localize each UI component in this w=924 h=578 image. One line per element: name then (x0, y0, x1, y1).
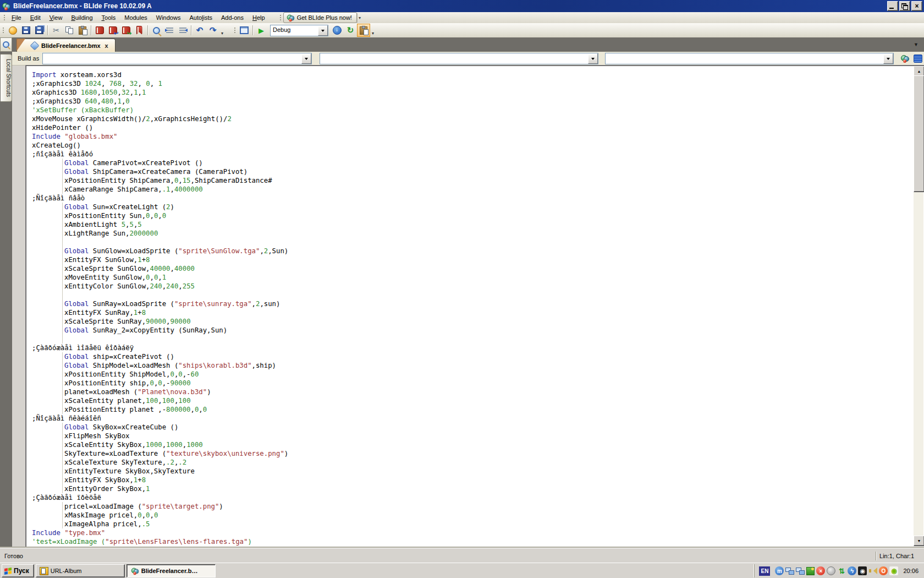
restore-button[interactable] (899, 1, 910, 11)
code-line[interactable]: xGraphics3D 1680,1050,32,1,1 (26, 88, 914, 97)
code-line[interactable]: ;Ñîçäàåì ñâåò (26, 194, 914, 203)
code-line[interactable]: xFlipMesh SkyBox (26, 432, 914, 440)
code-editor[interactable]: Import xorsteam.xors3d;xGraphics3D 1024,… (25, 65, 924, 547)
code-line[interactable]: ;xGraphics3D 640,480,1,0 (26, 97, 914, 106)
code-line[interactable]: xScaleEntity planet,100,100,100 (26, 396, 914, 405)
book-back-button[interactable] (106, 24, 119, 37)
opera-tray-icon[interactable]: O (879, 566, 888, 575)
promo-grip[interactable] (279, 14, 282, 21)
book-add-button[interactable] (119, 24, 133, 37)
scrollbar-thumb[interactable] (914, 75, 924, 192)
code-line[interactable]: Import xorsteam.xors3d (26, 70, 914, 79)
indent-button[interactable] (163, 24, 176, 37)
download-master-tray-icon[interactable]: ϟ (848, 566, 856, 575)
menu-item-edit[interactable]: Edit (26, 13, 45, 23)
menu-item-windows[interactable]: Windows (152, 13, 185, 23)
build-output-dropdown[interactable] (883, 53, 893, 64)
toolbar-overflow-chevron[interactable]: ▾ (219, 31, 225, 36)
code-line[interactable]: ;xGraphics3D 1024, 768, 32, 0, 1 (26, 79, 914, 88)
blide-build-icon[interactable] (900, 54, 909, 63)
task-button-blide[interactable]: BlideFreelancer.bmx -... (127, 564, 216, 577)
menu-item-add-ons[interactable]: Add-ons (217, 13, 248, 23)
code-line[interactable]: ;Çàãðóæàåì ïðèöåë (26, 493, 914, 502)
code-line[interactable]: xPositionEntity ShipCamera,0,15,ShipCame… (26, 176, 914, 185)
code-line[interactable]: xEntityOrder SkyBox,1 (26, 484, 914, 493)
outdent-button[interactable] (176, 24, 189, 37)
code-line[interactable]: ;Çàãðóæàåì ìîäåëü êîðàáëÿ (26, 343, 914, 352)
build-as-dropdown[interactable] (301, 53, 311, 64)
menu-grip[interactable] (3, 14, 6, 21)
toolbar-grip[interactable] (233, 26, 236, 34)
code-line[interactable]: ;ñîçäàåì êàìåðó (26, 150, 914, 159)
scroll-down-arrow[interactable]: ▼ (914, 536, 924, 546)
code-line[interactable] (26, 238, 914, 247)
close-button[interactable]: × (911, 1, 922, 11)
build-output-combo[interactable] (605, 53, 894, 64)
save-button[interactable] (19, 24, 32, 37)
code-line[interactable]: Global Sun=xCreateLight (2) (26, 203, 914, 211)
code-line[interactable]: Global SunRay=xLoadSprite ("sprite\sunra… (26, 299, 914, 308)
menu-item-building[interactable]: Building (67, 13, 97, 23)
zoom-tool-button[interactable] (0, 37, 12, 52)
maxthon-tray-icon[interactable]: m (775, 566, 784, 575)
build-button[interactable] (344, 24, 357, 37)
paste-button[interactable] (76, 24, 89, 37)
menu-item-file[interactable]: File (7, 13, 26, 23)
network-lan-tray-icon[interactable] (785, 566, 794, 575)
vertical-scrollbar[interactable]: ▲ ▼ (914, 66, 923, 546)
redo-button[interactable] (206, 24, 219, 37)
code-line[interactable]: xPositionEntity planet ,-800000,0,0 (26, 405, 914, 414)
code-area[interactable]: Import xorsteam.xors3d;xGraphics3D 1024,… (26, 66, 914, 546)
get-blide-plus-button[interactable]: Get BLIde Plus now! (283, 12, 357, 23)
code-line[interactable] (26, 335, 914, 343)
minimize-button[interactable] (887, 1, 898, 11)
book-open-button[interactable] (93, 24, 106, 37)
task-button-urlalbum[interactable]: URL-Album (36, 564, 125, 577)
get-latest-button[interactable] (331, 24, 344, 37)
menu-item-autolists[interactable]: Autolists (185, 13, 217, 23)
copy-button[interactable] (63, 24, 76, 37)
code-line[interactable]: Global ShipCamera=xCreateCamera (CameraP… (26, 167, 914, 176)
find-button[interactable] (150, 24, 163, 37)
code-line[interactable]: xMoveMouse xGraphicsWidth()/2,xGraphicsH… (26, 114, 914, 123)
build-list-icon[interactable] (914, 54, 922, 63)
code-line[interactable]: 'xSetBuffer (xBackBuffer) (26, 106, 914, 114)
build-params-combo[interactable] (320, 53, 598, 64)
code-line[interactable]: xEntityTexture SkyBox,SkyTexture (26, 467, 914, 476)
debug-config-dropdown[interactable] (318, 25, 328, 36)
debug-config-combo[interactable]: Debug (270, 25, 328, 36)
code-line[interactable]: xMoveEntity SunGlow,0,0,1 (26, 273, 914, 282)
menu-item-tools[interactable]: Tools (97, 13, 120, 23)
code-line[interactable]: SkyTexture=xLoadTexture ("texture\skybox… (26, 449, 914, 458)
save-all-button[interactable] (32, 24, 46, 37)
code-line[interactable]: xEntityFX SunRay,1+8 (26, 308, 914, 317)
code-line[interactable]: Global CameraPivot=xCreatePivot () (26, 159, 914, 167)
security-alert-tray-icon[interactable]: × (816, 566, 825, 575)
run-button[interactable] (255, 24, 268, 37)
bookmark-button[interactable] (133, 24, 146, 37)
code-line[interactable]: xMaskImage pricel,0,0,0 (26, 511, 914, 520)
code-line[interactable]: xImageAlpha pricel,.5 (26, 520, 914, 528)
code-line[interactable]: xCameraRange ShipCamera,.1,4000000 (26, 185, 914, 194)
volume-tray-icon[interactable] (868, 566, 877, 575)
recorder-tray-icon[interactable]: ◉ (858, 566, 867, 575)
code-line[interactable]: xScaleSprite SunGlow,40000,40000 (26, 264, 914, 273)
code-line[interactable]: xCreateLog() (26, 141, 914, 150)
code-line[interactable]: Global SunGlow=xLoadSprite ("sprite\SunG… (26, 247, 914, 255)
code-line[interactable]: 'test=xLoadImage ("sprite\LensFlares\len… (26, 537, 914, 546)
cut-button[interactable] (50, 24, 63, 37)
menu-item-view[interactable]: View (45, 13, 67, 23)
messenger-tray-icon[interactable] (806, 567, 815, 575)
code-line[interactable]: Global ship=xCreatePivot () (26, 352, 914, 361)
menu-item-modules[interactable]: Modules (120, 13, 152, 23)
code-line[interactable]: xEntityFX SunGlow,1+8 (26, 255, 914, 264)
network-lan-2-tray-icon[interactable] (796, 566, 805, 575)
code-line[interactable]: Include "globals.bmx" (26, 132, 914, 141)
code-line[interactable]: Global SkyBox=xCreateCube () (26, 423, 914, 432)
code-line[interactable]: ;Ñîçäàåì ñêàéáîêñ (26, 414, 914, 423)
promo-overflow-chevron[interactable]: ▾ (357, 15, 362, 20)
language-indicator[interactable]: EN (759, 566, 770, 576)
code-line[interactable]: xPositionEntity ship,0,0,-90000 (26, 379, 914, 388)
sync-tool-tray-icon[interactable]: ⇅ (837, 566, 846, 575)
code-line[interactable]: Include "type.bmx" (26, 528, 914, 537)
